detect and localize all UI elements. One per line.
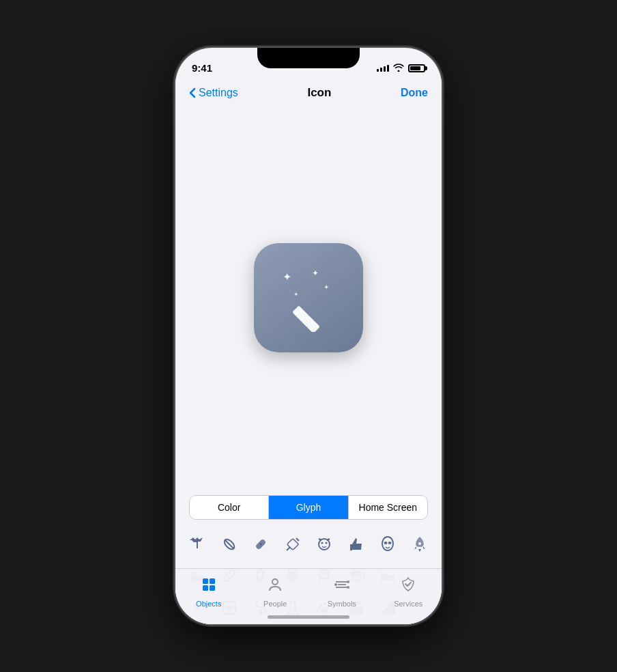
segment-home-screen[interactable]: Home Screen xyxy=(349,496,427,519)
battery-icon xyxy=(408,64,425,72)
phone-frame: 9:41 Set xyxy=(175,48,442,624)
tab-people[interactable]: People xyxy=(242,576,309,608)
svg-point-15 xyxy=(326,542,328,544)
icon-syringe[interactable] xyxy=(282,533,304,556)
tab-objects[interactable]: Objects xyxy=(175,576,242,608)
back-button[interactable]: Settings xyxy=(189,87,238,99)
svg-rect-4 xyxy=(292,306,320,333)
svg-point-18 xyxy=(388,542,392,544)
tab-symbols-label: Symbols xyxy=(328,600,356,608)
icon-alien[interactable] xyxy=(377,533,399,556)
nav-bar: Settings Icon Done xyxy=(175,78,442,108)
symbols-icon xyxy=(333,576,351,598)
icon-dog-face[interactable] xyxy=(313,533,336,556)
signal-bars xyxy=(377,65,389,72)
svg-line-12 xyxy=(287,547,290,550)
svg-point-61 xyxy=(347,580,349,583)
segment-color[interactable]: Color xyxy=(190,496,269,519)
tab-services[interactable]: Services xyxy=(375,576,442,608)
svg-rect-54 xyxy=(203,585,208,591)
notch xyxy=(257,48,360,68)
home-indicator[interactable] xyxy=(268,615,349,619)
objects-icon xyxy=(200,576,218,598)
icon-bandaid[interactable] xyxy=(250,533,272,556)
wifi-icon xyxy=(393,63,404,74)
icon-pill[interactable] xyxy=(218,533,241,556)
tab-services-label: Services xyxy=(394,600,422,608)
svg-point-14 xyxy=(321,542,324,544)
tab-objects-label: Objects xyxy=(196,600,221,608)
app-icon: ✦ ✦ ✦ ✦ xyxy=(254,243,363,352)
svg-text:✦: ✦ xyxy=(293,291,299,298)
svg-point-62 xyxy=(347,586,349,589)
icon-thumbsup[interactable] xyxy=(345,533,368,556)
tab-symbols[interactable]: Symbols xyxy=(308,576,375,608)
icon-preview-area: ✦ ✦ ✦ ✦ xyxy=(175,108,442,488)
svg-rect-53 xyxy=(210,578,215,584)
main-content: ✦ ✦ ✦ ✦ Color Glyph xyxy=(175,108,442,624)
svg-point-56 xyxy=(272,579,278,585)
svg-text:✦: ✦ xyxy=(283,271,291,283)
people-icon xyxy=(266,576,284,598)
svg-text:✦: ✦ xyxy=(312,268,319,278)
nav-title: Icon xyxy=(307,86,331,100)
svg-text:✦: ✦ xyxy=(324,283,329,291)
tab-people-label: People xyxy=(263,600,287,608)
svg-rect-52 xyxy=(203,578,208,584)
svg-point-9 xyxy=(259,543,262,546)
battery-fill xyxy=(410,66,420,70)
svg-point-19 xyxy=(418,542,421,545)
segment-control: Color Glyph Home Screen xyxy=(189,495,428,520)
done-button[interactable]: Done xyxy=(401,87,428,99)
segment-glyph[interactable]: Glyph xyxy=(269,496,348,519)
svg-rect-55 xyxy=(210,585,215,591)
svg-point-17 xyxy=(384,542,388,544)
segment-control-wrapper: Color Glyph Home Screen xyxy=(175,488,442,525)
services-icon xyxy=(399,576,417,598)
svg-line-10 xyxy=(296,538,299,541)
magic-wand-icon: ✦ ✦ ✦ ✦ xyxy=(274,264,343,332)
icon-tshirt[interactable] xyxy=(186,533,209,556)
status-time: 9:41 xyxy=(192,62,212,74)
svg-point-60 xyxy=(334,583,337,586)
status-icons xyxy=(377,63,425,74)
icon-rocket[interactable] xyxy=(409,533,431,556)
